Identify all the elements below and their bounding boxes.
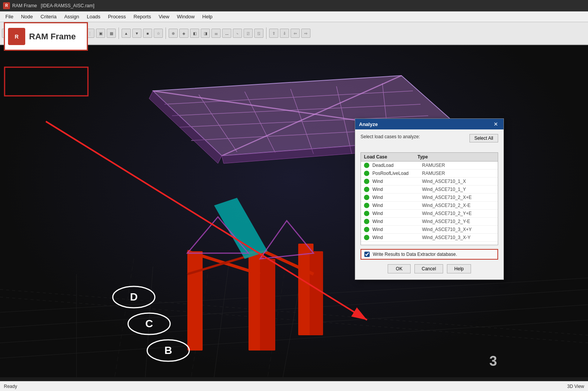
menu-bar: File Node Criteria Assign Loads Process … [0,11,588,22]
load-case-name: Wind [372,195,422,200]
load-row[interactable]: Wind Wind_ASCE710_3_X+Y [361,226,498,234]
toolbar-btn-24[interactable]: ⇧ [269,29,278,38]
load-case-name: Wind [372,227,422,232]
status-left: Ready [4,384,17,389]
load-table-header: Load Case Type [361,152,498,161]
dialog-instruction: Select load cases to analyze: [361,134,420,139]
load-case-type: Wind_ASCE710_1_Y [422,187,495,192]
load-active-dot [364,227,369,232]
toolbar-btn-15[interactable]: ⊕ [169,29,178,38]
menu-assign[interactable]: Assign [60,12,83,21]
analyze-dialog: Analyze ✕ Select load cases to analyze: … [355,118,504,280]
load-case-name: PosRoofLiveLoad [372,171,422,176]
load-case-name: DeadLoad [372,163,422,168]
load-row[interactable]: DeadLoad RAMUSER [361,162,498,170]
load-row[interactable]: Wind Wind_ASCE710_1_X [361,178,498,186]
menu-node[interactable]: Node [17,12,37,21]
toolbar-btn-14[interactable]: ☆ [154,29,163,38]
load-case-type: Wind_ASCE710_2_Y+E [422,211,495,216]
write-results-label: Write Results to Data Extractor database… [373,252,457,257]
load-row[interactable]: Wind Wind_ASCE710_2_X-E [361,202,498,210]
toolbar-btn-9[interactable]: ▣ [96,29,105,38]
load-active-dot [364,163,369,168]
toolbar-btn-17[interactable]: ◧ [190,29,199,38]
menu-file[interactable]: File [2,12,17,21]
load-case-type: RAMUSER [422,163,495,168]
toolbar-btn-16[interactable]: ◈ [179,29,188,38]
dialog-body: Select load cases to analyze: Select All… [355,129,504,280]
toolbar-area: ▶ ◀ □ ○ ↺ ↻ ◆ ⋮ ▣ ▩ ▲ ▼ ■ ☆ ⊕ ◈ ◧ ◨ ⚌ ⚋ … [0,22,588,45]
toolbar-btn-26[interactable]: ⇦ [291,29,300,38]
toolbar-btn-22[interactable]: ⍁ [244,29,253,38]
ram-logo-box: R RAM Frame [4,22,88,51]
select-all-button[interactable]: Select All [469,134,498,142]
load-case-type: RAMUSER [422,171,495,176]
menu-window[interactable]: Window [173,12,198,21]
help-button[interactable]: Help [447,264,471,273]
load-row[interactable]: Wind Wind_ASCE710_3_X-Y [361,234,498,242]
toolbar-btn-19[interactable]: ⚌ [211,29,221,38]
dialog-buttons: OK Cancel Help [361,261,498,275]
ram-logo-text: RAM Frame [29,32,76,42]
load-case-name: Wind [372,179,422,184]
status-bar: Ready 3D View [0,381,588,391]
load-case-name: Wind [372,187,422,192]
dialog-title: Analyze [359,121,378,127]
toolbar-btn-25[interactable]: ⇩ [280,29,289,38]
menu-help[interactable]: Help [198,12,216,21]
load-case-name: Wind [372,235,422,240]
app-icon: R [3,2,10,9]
menu-loads[interactable]: Loads [83,12,104,21]
toolbar-sep-4 [166,27,166,39]
load-case-type: Wind_ASCE710_3_X+Y [422,227,495,232]
write-results-row: Write Results to Data Extractor database… [361,249,498,260]
load-active-dot [364,211,369,216]
title-bar: R RAM Frame [IDEA-RAMSS_AISC.ram] [0,0,588,11]
load-row[interactable]: Wind Wind_ASCE710_1_Y [361,186,498,194]
load-row[interactable]: Wind Wind_ASCE710_2_Y-E [361,218,498,226]
toolbar-btn-27[interactable]: ⇨ [301,29,310,38]
load-case-name: Wind [372,219,422,224]
toolbar-btn-21[interactable]: ⍀ [233,29,242,38]
menu-criteria[interactable]: Criteria [37,12,60,21]
load-case-name: Wind [372,203,422,208]
col-header-loadcase: Load Case [364,154,417,160]
toolbar-btn-10[interactable]: ▩ [107,29,116,38]
status-right: 3D View [567,384,584,389]
load-active-dot [364,179,369,184]
load-active-dot [364,219,369,224]
load-case-name: Wind [372,211,422,216]
dialog-titlebar: Analyze ✕ [355,119,504,129]
load-active-dot [364,203,369,208]
load-row[interactable]: PosRoofLiveLoad RAMUSER [361,170,498,178]
toolbar-btn-23[interactable]: ⍂ [254,29,263,38]
load-row[interactable]: Wind Wind_ASCE710_2_Y+E [361,210,498,218]
load-case-type: Wind_ASCE710_1_X [422,179,495,184]
load-case-type: Wind_ASCE710_2_X+E [422,195,495,200]
load-table-list[interactable]: DeadLoad RAMUSER PosRoofLiveLoad RAMUSER… [361,161,498,245]
title-text: RAM Frame [IDEA-RAMSS_AISC.ram] [12,3,94,8]
menu-process[interactable]: Process [104,12,130,21]
load-active-dot [364,187,369,192]
load-case-type: Wind_ASCE710_3_X-Y [422,235,495,240]
ram-logo-icon: R [8,28,25,45]
toolbar-sep-3 [119,27,119,39]
load-case-type: Wind_ASCE710_2_Y-E [422,219,495,224]
write-results-checkbox[interactable] [364,252,370,257]
menu-reports[interactable]: Reports [130,12,155,21]
col-header-type: Type [417,154,495,160]
toolbar-btn-13[interactable]: ■ [143,29,152,38]
load-active-dot [364,171,369,176]
dialog-close-button[interactable]: ✕ [492,121,500,127]
toolbar-btn-12[interactable]: ▼ [132,29,141,38]
toolbar-btn-11[interactable]: ▲ [122,29,131,38]
ok-button[interactable]: OK [388,264,411,273]
toolbar-btn-20[interactable]: ⚋ [222,29,231,38]
toolbar-sep-5 [266,27,266,39]
cancel-button[interactable]: Cancel [414,264,443,273]
load-active-dot [364,235,369,240]
menu-view[interactable]: View [155,12,173,21]
load-row[interactable]: Wind Wind_ASCE710_2_X+E [361,194,498,202]
toolbar-btn-18[interactable]: ◨ [201,29,210,38]
load-active-dot [364,195,369,200]
